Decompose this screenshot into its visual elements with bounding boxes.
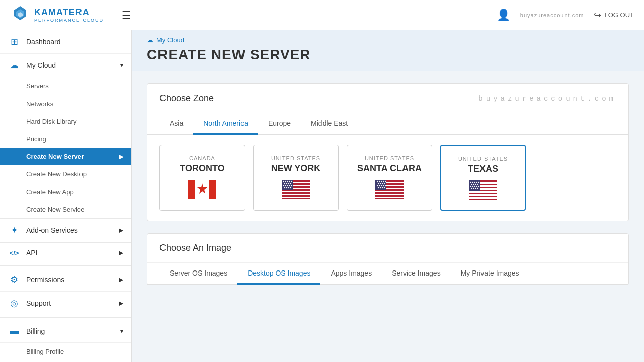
tab-private[interactable]: My Private Images	[451, 263, 529, 285]
sidebar-item-api[interactable]: </> API ▶	[0, 243, 131, 263]
santaclara-country: UNITED STATES	[365, 155, 414, 161]
tab-europe[interactable]: Europe	[258, 113, 301, 135]
svg-rect-4	[188, 180, 195, 199]
svg-point-80	[472, 186, 473, 187]
logo-sub: PERFORMANCE CLOUD	[34, 18, 104, 23]
tab-server-os[interactable]: Server OS Images	[159, 263, 237, 285]
image-tabs: Server OS Images Desktop OS Images Apps …	[147, 263, 628, 285]
svg-point-30	[284, 187, 285, 188]
sidebar-sub-create-app[interactable]: Create New App	[0, 183, 131, 201]
cloud-breadcrumb-icon: ☁	[147, 36, 153, 44]
svg-point-75	[471, 184, 472, 185]
permissions-arrow: ▶	[119, 276, 123, 283]
sidebar-divider-2	[0, 317, 131, 318]
sidebar-sub-create-service[interactable]: Create New Service	[0, 201, 131, 218]
breadcrumb-parent: My Cloud	[156, 36, 184, 44]
sidebar-label-dashboard: Dashboard	[26, 38, 61, 46]
flag-usa-tx	[469, 180, 497, 200]
toronto-city: TORONTO	[180, 163, 224, 174]
tab-middle-east[interactable]: Middle East	[301, 113, 358, 135]
logo-icon	[10, 5, 30, 25]
sidebar-item-dashboard[interactable]: ⊞ Dashboard	[0, 30, 131, 54]
svg-rect-13	[282, 195, 310, 197]
svg-point-31	[286, 187, 287, 188]
main-layout: ⊞ Dashboard ☁ My Cloud ▾ Servers Network…	[0, 30, 644, 362]
svg-rect-66	[469, 193, 497, 194]
svg-point-23	[288, 183, 289, 184]
zone-section-header: Choose Zone buyazureaccount.com	[147, 84, 628, 113]
topbar-right: 👤 buyazureaccount.com ↪ LOG OUT	[497, 9, 634, 22]
zone-card-santaclara[interactable]: UNITED STATES SANTA CLARA	[347, 145, 432, 211]
logout-icon: ↪	[594, 10, 601, 21]
svg-point-58	[380, 187, 381, 188]
addon-arrow: ▶	[119, 227, 123, 234]
sidebar-item-mycloud[interactable]: ☁ My Cloud ▾	[0, 54, 131, 77]
permissions-icon: ⚙	[8, 274, 20, 285]
zone-card-newyork[interactable]: UNITED STATES NEW YORK	[253, 145, 339, 211]
svg-rect-68	[469, 199, 497, 200]
sidebar-sub-billing-profile[interactable]: Billing Profile	[0, 343, 131, 360]
addon-icon: ✦	[8, 225, 20, 236]
sidebar-label-api: API	[26, 249, 38, 257]
sidebar-label-billing: Billing	[26, 327, 45, 335]
svg-point-33	[290, 187, 291, 188]
svg-point-21	[284, 183, 285, 184]
svg-rect-67	[469, 196, 497, 197]
svg-rect-39	[375, 192, 404, 194]
svg-point-24	[290, 183, 291, 184]
watermark: buyazureaccount.com	[478, 95, 616, 103]
sidebar-item-addon[interactable]: ✦ Add-on Services ▶	[0, 219, 131, 242]
toronto-country: CANADA	[189, 155, 215, 161]
logo-text: KAMATERA PERFORMANCE CLOUD	[34, 7, 104, 23]
tab-apps[interactable]: Apps Images	[320, 263, 382, 285]
sidebar-sub-servers[interactable]: Servers	[0, 77, 131, 95]
svg-point-26	[285, 185, 286, 186]
sidebar-label-addon: Add-on Services	[26, 226, 78, 234]
svg-point-46	[383, 181, 384, 182]
zone-card-toronto[interactable]: CANADA TORONTO	[159, 145, 245, 211]
svg-point-32	[288, 187, 289, 188]
create-server-arrow: ▶	[119, 153, 123, 160]
sidebar-sub-networks[interactable]: Networks	[0, 95, 131, 113]
page-title: CREATE NEW SERVER	[147, 47, 629, 63]
support-icon: ◎	[8, 298, 20, 309]
tab-asia[interactable]: Asia	[159, 113, 193, 135]
mycloud-arrow: ▾	[120, 62, 123, 69]
sidebar-divider	[0, 265, 131, 266]
flag-usa-sc	[375, 180, 404, 199]
svg-point-45	[381, 181, 382, 182]
svg-point-83	[478, 186, 479, 187]
svg-point-16	[283, 181, 284, 182]
content-body: Choose Zone buyazureaccount.com Asia Nor…	[132, 71, 644, 309]
svg-point-22	[286, 183, 287, 184]
sidebar-sub-pricing[interactable]: Pricing	[0, 130, 131, 148]
sidebar-label-mycloud: My Cloud	[26, 61, 56, 69]
svg-point-86	[475, 188, 476, 189]
sidebar-sub-create-server[interactable]: Create New Server ▶	[0, 148, 131, 165]
tab-north-america[interactable]: North America	[193, 113, 258, 135]
user-name: buyazureaccount.com	[520, 12, 584, 18]
sidebar-item-billing[interactable]: ▬ Billing ▾	[0, 320, 131, 343]
svg-point-84	[471, 188, 472, 189]
zone-card-texas[interactable]: UNITED STATES TEXAS	[440, 145, 526, 211]
svg-point-28	[289, 185, 290, 186]
sidebar-sub-harddisk[interactable]: Hard Disk Library	[0, 113, 131, 130]
sidebar-item-permissions[interactable]: ⚙ Permissions ▶	[0, 268, 131, 292]
sidebar-sub-create-desktop[interactable]: Create New Desktop	[0, 165, 131, 183]
svg-point-76	[473, 184, 474, 185]
svg-point-25	[283, 185, 284, 186]
logout-button[interactable]: ↪ LOG OUT	[594, 10, 634, 21]
flag-canada	[188, 180, 216, 199]
sidebar-item-support[interactable]: ◎ Support ▶	[0, 292, 131, 315]
hamburger-button[interactable]: ☰	[122, 9, 131, 21]
svg-point-70	[470, 182, 471, 183]
tab-service[interactable]: Service Images	[382, 263, 450, 285]
tab-desktop-os[interactable]: Desktop OS Images	[237, 263, 320, 285]
image-section: Choose An Image Server OS Images Desktop…	[147, 233, 629, 285]
billing-icon: ▬	[8, 326, 20, 336]
zone-cards: CANADA TORONTO UNITED STATES	[147, 135, 628, 221]
svg-rect-5	[209, 180, 216, 199]
sidebar-section-api: </> API ▶	[0, 242, 131, 263]
logout-label: LOG OUT	[604, 11, 634, 19]
billing-arrow: ▾	[120, 328, 123, 335]
